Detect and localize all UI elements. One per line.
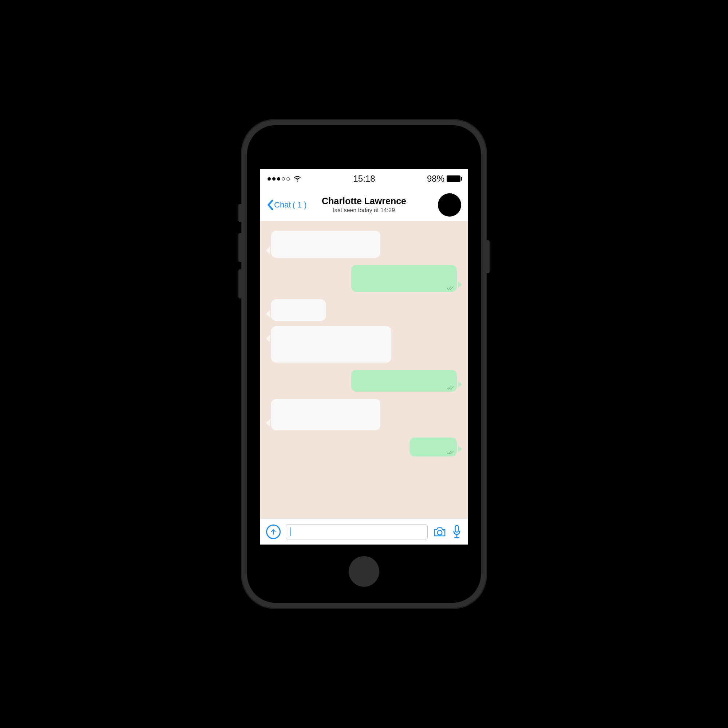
message-bubble-incoming[interactable] <box>271 231 380 258</box>
wifi-icon <box>294 175 301 183</box>
back-button[interactable]: Chat ( 1 ) <box>267 199 307 210</box>
message-bubble-incoming[interactable] <box>271 299 326 321</box>
read-receipt-icon <box>447 451 454 455</box>
clock: 15:18 <box>353 174 375 184</box>
microphone-button[interactable] <box>452 525 462 539</box>
back-label: Chat <box>274 200 291 210</box>
battery-icon <box>447 176 460 182</box>
message-list[interactable] <box>260 221 468 518</box>
volume-up-button <box>239 233 243 262</box>
battery-percent: 98% <box>427 174 444 184</box>
camera-button[interactable] <box>433 525 447 539</box>
volume-down-button <box>239 269 243 298</box>
svg-rect-3 <box>455 525 458 532</box>
power-button <box>485 240 489 273</box>
screen: 15:18 98% Chat ( 1 ) Charlotte Lawrence <box>260 169 468 544</box>
message-bubble-incoming[interactable] <box>271 326 391 362</box>
status-bar: 15:18 98% <box>260 169 468 188</box>
unread-count: ( 1 ) <box>292 200 306 210</box>
text-caret <box>291 528 291 536</box>
svg-point-0 <box>297 180 298 182</box>
mute-switch <box>239 204 243 222</box>
microphone-icon <box>452 525 462 539</box>
cellular-signal-icon <box>268 177 290 180</box>
share-button[interactable] <box>266 525 281 539</box>
avatar[interactable] <box>438 193 461 217</box>
arrow-up-icon <box>270 528 277 535</box>
message-bubble-outgoing[interactable] <box>351 265 457 292</box>
read-receipt-icon <box>447 286 454 291</box>
message-input[interactable] <box>286 524 428 540</box>
chevron-left-icon <box>267 199 273 210</box>
status-left <box>268 175 301 183</box>
read-receipt-icon <box>447 386 454 390</box>
message-bubble-outgoing[interactable] <box>410 437 457 456</box>
front-camera <box>362 141 366 145</box>
phone-bezel: 15:18 98% Chat ( 1 ) Charlotte Lawrence <box>247 125 481 603</box>
earpiece-speaker <box>344 149 384 154</box>
svg-point-2 <box>444 530 444 530</box>
message-bubble-outgoing[interactable] <box>351 370 457 392</box>
svg-point-1 <box>437 530 442 535</box>
home-button[interactable] <box>346 553 382 590</box>
phone-frame: 15:18 98% Chat ( 1 ) Charlotte Lawrence <box>242 120 486 608</box>
message-bubble-incoming[interactable] <box>271 399 380 430</box>
input-bar <box>260 518 468 544</box>
camera-icon <box>433 525 447 539</box>
chat-header: Chat ( 1 ) Charlotte Lawrence last seen … <box>260 188 468 221</box>
status-right: 98% <box>427 174 460 184</box>
